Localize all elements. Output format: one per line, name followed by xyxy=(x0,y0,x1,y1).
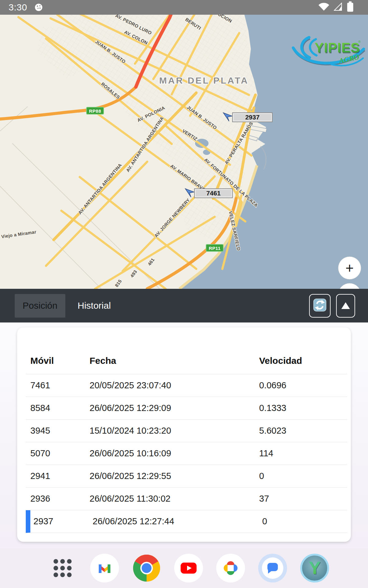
table-row[interactable]: 394515/10/2024 10:23:205.6023 xyxy=(26,420,347,442)
notification-icon xyxy=(34,3,43,12)
table-row[interactable]: 858426/06/2025 12:29:090.1333 xyxy=(26,397,347,420)
svg-text:RP88: RP88 xyxy=(89,108,101,114)
signal-icon xyxy=(334,2,342,12)
table-row[interactable]: 293726/06/2025 12:27:440 xyxy=(26,510,347,533)
refresh-button[interactable] xyxy=(309,294,331,318)
tab-posicion[interactable]: Posición xyxy=(15,294,65,318)
bottom-tab-bar: Posición Historial xyxy=(0,289,368,322)
cell-movil: 2941 xyxy=(30,471,50,481)
route-badge: RP88 xyxy=(86,107,104,114)
chrome-app-icon[interactable] xyxy=(132,553,161,583)
cell-velocidad: 37 xyxy=(259,494,269,504)
cell-movil: 8584 xyxy=(30,403,50,413)
table-row[interactable]: 507026/06/2025 10:16:09114 xyxy=(26,442,347,465)
col-header-velocidad: Velocidad xyxy=(259,356,302,366)
table-row[interactable]: 293626/06/2025 11:30:0237 xyxy=(26,488,347,510)
cell-fecha: 26/06/2025 11:30:02 xyxy=(90,494,171,504)
table-body: 746120/05/2025 23:07:400.0696858426/06/2… xyxy=(17,374,351,533)
vehicle-marker-label: 2937 xyxy=(245,114,260,121)
table-row[interactable]: 746120/05/2025 23:07:400.0696 xyxy=(26,374,347,397)
city-label: MAR DEL PLATA xyxy=(159,75,249,85)
app-grid-icon xyxy=(48,553,77,583)
cell-movil: 2936 xyxy=(30,494,50,504)
yipies-app-icon[interactable]: Y Y xyxy=(300,553,329,583)
triangle-up-icon xyxy=(341,302,350,309)
cell-velocidad: 5.6023 xyxy=(259,426,286,436)
status-time: 3:30 xyxy=(9,2,27,13)
table-row[interactable]: 294126/06/2025 12:29:550 xyxy=(26,465,347,488)
map-view[interactable]: AV. PEDRO LUROAV. COLONJUAN B. JUSTOROSA… xyxy=(0,15,368,289)
pond xyxy=(195,139,209,148)
zoom-in-button[interactable]: + xyxy=(338,257,361,279)
cell-movil: 2937 xyxy=(33,516,53,526)
cell-movil: 7461 xyxy=(30,380,50,390)
cell-velocidad: 0.1333 xyxy=(259,403,286,413)
collapse-panel-button[interactable] xyxy=(336,294,355,318)
cell-fecha: 26/06/2025 12:29:09 xyxy=(90,403,171,413)
youtube-app-icon[interactable] xyxy=(174,553,203,583)
wifi-icon xyxy=(318,2,329,13)
svg-text:RP11: RP11 xyxy=(209,246,221,251)
android-dock: Y Y xyxy=(0,548,368,588)
col-header-fecha: Fecha xyxy=(90,356,116,366)
cell-velocidad: 0 xyxy=(262,516,267,526)
cell-fecha: 20/05/2025 23:07:40 xyxy=(90,380,171,390)
tab-historial[interactable]: Historial xyxy=(78,300,111,311)
cell-movil: 5070 xyxy=(30,448,50,458)
status-bar: 3:30 xyxy=(0,0,368,15)
logo-registered-mark: ® xyxy=(358,40,361,43)
table-header: Móvil Fecha Velocidad xyxy=(26,327,347,374)
refresh-icon xyxy=(313,298,327,313)
cell-velocidad: 0.0696 xyxy=(259,380,286,390)
phone-screen: 3:30 xyxy=(0,0,368,588)
tab-historial-label: Historial xyxy=(78,300,111,311)
battery-icon xyxy=(347,1,354,14)
cell-velocidad: 114 xyxy=(259,448,273,458)
cell-movil: 3945 xyxy=(30,426,50,436)
app-drawer-button[interactable] xyxy=(48,553,77,583)
cell-fecha: 26/06/2025 12:29:55 xyxy=(90,471,171,481)
svg-text:Y: Y xyxy=(309,558,321,578)
route-badge: RP11 xyxy=(206,244,223,251)
cell-velocidad: 0 xyxy=(259,471,264,481)
logo-brand-text: YIPIES xyxy=(315,40,360,55)
cell-fecha: 26/06/2025 12:27:44 xyxy=(93,516,174,526)
tab-posicion-label: Posición xyxy=(23,300,57,311)
gmail-app-icon[interactable] xyxy=(90,553,119,583)
google-photos-app-icon[interactable] xyxy=(216,553,245,583)
cell-fecha: 26/06/2025 10:16:09 xyxy=(90,448,171,458)
panel-background: Móvil Fecha Velocidad 746120/05/2025 23:… xyxy=(0,322,368,548)
plus-icon: + xyxy=(346,260,354,276)
col-header-movil: Móvil xyxy=(30,356,54,366)
vehicle-table-card: Móvil Fecha Velocidad 746120/05/2025 23:… xyxy=(17,327,351,542)
vehicle-marker-label: 7461 xyxy=(206,190,221,197)
cell-fecha: 15/10/2024 10:23:20 xyxy=(90,426,171,436)
messages-app-icon[interactable] xyxy=(258,553,287,583)
